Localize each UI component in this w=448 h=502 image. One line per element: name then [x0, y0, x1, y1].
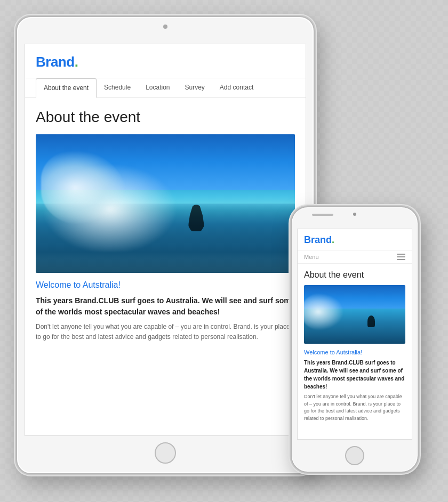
- tablet-page-heading: About the event: [36, 109, 295, 126]
- phone-surfer: [367, 315, 375, 327]
- tablet-camera: [163, 25, 167, 29]
- phone-body: About the event Welcome to Autstralia! T…: [298, 264, 412, 426]
- tablet-content: Brand. About the event Schedule Location…: [25, 44, 306, 435]
- phone-menu-label[interactable]: Menu: [304, 254, 319, 260]
- nav-add-contact[interactable]: Add contact: [212, 78, 261, 98]
- tablet-body-text-bold: This years Brand.CLUB surf goes to Austr…: [36, 295, 295, 318]
- phone-header: Brand.: [298, 229, 412, 250]
- hamburger-icon[interactable]: [397, 254, 405, 260]
- tablet-body: About the event Welcome to Autstralia! T…: [25, 98, 306, 347]
- tablet-surf-image: [36, 134, 295, 273]
- tablet-device: Brand. About the event Schedule Location…: [16, 16, 315, 474]
- phone-surf-image: [304, 285, 405, 344]
- tablet-screen: Brand. About the event Schedule Location…: [25, 44, 306, 436]
- phone-page-heading: About the event: [304, 270, 405, 280]
- tablet-welcome-text: Welcome to Autstralia!: [36, 280, 295, 290]
- tablet-home-button[interactable]: [155, 442, 176, 464]
- nav-schedule[interactable]: Schedule: [97, 78, 138, 98]
- phone-home-button[interactable]: [345, 446, 364, 465]
- phone-device: Brand. Menu About the event: [291, 206, 419, 473]
- tablet-nav: About the event Schedule Location Survey…: [25, 78, 306, 98]
- phone-menu-bar: Menu: [298, 250, 412, 264]
- tablet-body-text: Don't let anyone tell you what you are c…: [36, 322, 295, 342]
- hamburger-line-2: [397, 256, 405, 257]
- phone-camera: [353, 213, 356, 216]
- hamburger-line-1: [397, 254, 405, 255]
- nav-about[interactable]: About the event: [36, 78, 97, 98]
- phone-welcome-text: Welcome to Autstralia!: [304, 349, 405, 355]
- tablet-header: Brand.: [25, 44, 306, 78]
- phone-content: Brand. Menu About the event: [298, 229, 412, 439]
- phone-body-text-bold: This years Brand.CLUB surf goes to Austr…: [304, 359, 405, 391]
- nav-location[interactable]: Location: [138, 78, 177, 98]
- phone-body-text: Don't let anyone tell you what you are c…: [304, 393, 405, 422]
- nav-survey[interactable]: Survey: [178, 78, 212, 98]
- tablet-brand-logo: Brand.: [36, 54, 295, 70]
- phone-screen: Brand. Menu About the event: [297, 229, 412, 440]
- hamburger-line-3: [397, 259, 405, 260]
- phone-speaker: [312, 214, 333, 216]
- phone-brand-logo: Brand.: [304, 234, 405, 246]
